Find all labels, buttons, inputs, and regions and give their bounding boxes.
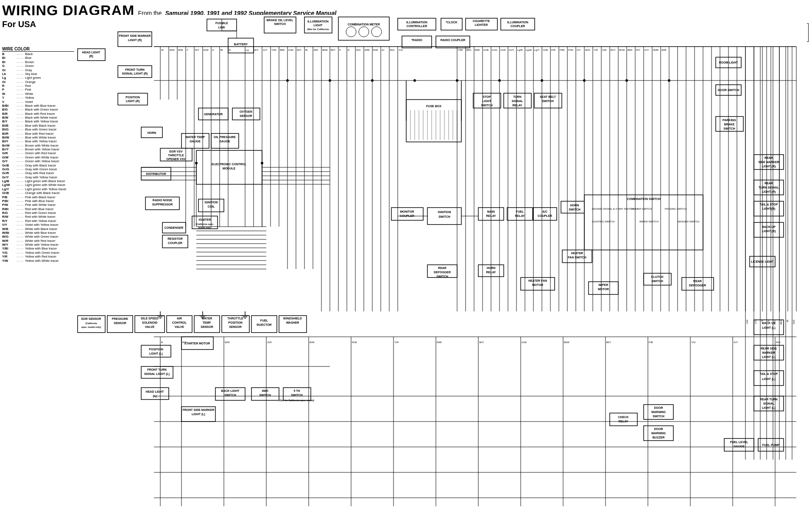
svg-rect-148 bbox=[391, 208, 423, 220]
wire-code: Bl bbox=[2, 56, 15, 60]
wire-color-item: Bl/B ......... Blue with Black tracer bbox=[2, 124, 74, 128]
wire-color-item: Or/B ......... Orange with Black tracer bbox=[2, 191, 74, 195]
svg-point-418 bbox=[371, 79, 374, 82]
svg-text:DOOR: DOOR bbox=[654, 427, 663, 430]
svg-text:COUPLER: COUPLER bbox=[168, 241, 182, 244]
wire-color-item: P/B ......... Pink with Black tracer bbox=[2, 195, 74, 199]
wire-color-item: R/W ......... Red with White tracer bbox=[2, 215, 74, 219]
wire-dots: ......... bbox=[16, 171, 24, 175]
wire-code: Bl/Y bbox=[2, 139, 15, 143]
svg-text:LIGHT (L): LIGHT (L) bbox=[762, 326, 776, 330]
svg-text:LIGHT: LIGHT bbox=[314, 24, 323, 27]
wire-code: P/Bl bbox=[2, 199, 15, 203]
svg-text:FUEL: FUEL bbox=[516, 210, 524, 213]
svg-text:SWITCH: SWITCH bbox=[651, 280, 663, 283]
wire-code: Bl/B bbox=[2, 124, 15, 128]
svg-text:SWITCH: SWITCH bbox=[274, 22, 286, 25]
svg-text:Br: Br bbox=[305, 49, 308, 51]
svg-text:SIGNAL LIGHT (L): SIGNAL LIGHT (L) bbox=[144, 372, 170, 376]
wire-dots: ......... bbox=[16, 259, 24, 263]
svg-point-419 bbox=[413, 79, 416, 82]
svg-text:FUSE BOX: FUSE BOX bbox=[426, 105, 441, 108]
wire-dots: ......... bbox=[16, 112, 24, 116]
wire-color-item: P/W ......... Pink with White tracer bbox=[2, 203, 74, 207]
svg-text:STOP: STOP bbox=[483, 95, 491, 98]
svg-point-422 bbox=[541, 79, 543, 82]
svg-text:P: P bbox=[339, 49, 341, 51]
svg-text:W: W bbox=[161, 49, 164, 51]
svg-text:OPENER VSV: OPENER VSV bbox=[166, 158, 186, 161]
svg-text:LIGHT(R): LIGHT(R) bbox=[762, 207, 776, 211]
svg-text:W/R: W/R bbox=[225, 341, 230, 344]
wire-code: V bbox=[2, 100, 15, 104]
svg-text:FRONT TURN: FRONT TURN bbox=[147, 368, 167, 371]
svg-text:LIGHT (L): LIGHT (L) bbox=[149, 352, 163, 355]
svg-text:SENSOR: SENSOR bbox=[240, 114, 252, 117]
wire-dots: ......... bbox=[16, 88, 24, 92]
svg-text:R/G: R/G bbox=[776, 341, 781, 344]
wire-desc: Blue with Black tracer bbox=[25, 124, 74, 128]
svg-rect-17 bbox=[398, 18, 436, 30]
wire-desc: Black with Yellow tracer bbox=[25, 119, 74, 123]
svg-text:OIL PRESSURE: OIL PRESSURE bbox=[214, 136, 236, 139]
wire-desc: Light green bbox=[25, 76, 74, 80]
wire-dots: ......... bbox=[16, 147, 24, 151]
svg-text:MODULE: MODULE bbox=[223, 167, 236, 170]
svg-text:FAN SWITCH: FAN SWITCH bbox=[568, 256, 586, 259]
svg-text:FRONT TURN: FRONT TURN bbox=[125, 68, 145, 71]
svg-text:P/W: P/W bbox=[568, 49, 573, 51]
svg-text:HEAD LIGHT: HEAD LIGHT bbox=[146, 390, 165, 393]
wire-code: Lg/Y bbox=[2, 187, 15, 191]
svg-text:Y/Bl: Y/Bl bbox=[458, 49, 463, 51]
svg-text:WARNING: WARNING bbox=[651, 432, 666, 435]
svg-text:STARTER MOTOR: STARTER MOTOR bbox=[184, 342, 210, 345]
svg-text:Lg/B: Lg/B bbox=[517, 49, 522, 51]
wire-dots: ......... bbox=[16, 108, 24, 111]
wire-dots: ......... bbox=[16, 251, 24, 255]
svg-text:B/W: B/W bbox=[373, 49, 378, 51]
svg-text:RADIO COUPLER: RADIO COUPLER bbox=[441, 39, 466, 42]
wire-dots: ......... bbox=[16, 72, 24, 76]
svg-text:Bl/R: Bl/R bbox=[628, 49, 633, 51]
svg-text:FUEL: FUEL bbox=[260, 319, 268, 322]
wire-color-item: R/Bl ......... Red with Blue tracer bbox=[2, 207, 74, 211]
svg-text:Bl/Y: Bl/Y bbox=[606, 341, 611, 344]
svg-text:CONTROL: CONTROL bbox=[172, 321, 187, 324]
wire-dots: ......... bbox=[16, 167, 24, 171]
wire-dots: ......... bbox=[16, 56, 24, 60]
wire-desc: Brown bbox=[25, 60, 74, 64]
svg-text:ILLUMINATION: ILLUMINATION bbox=[406, 21, 427, 24]
wire-code: W bbox=[2, 92, 15, 96]
wire-dots: ......... bbox=[16, 207, 24, 211]
svg-text:A/C: A/C bbox=[542, 210, 547, 213]
svg-text:WIPER SWITCH: WIPER SWITCH bbox=[639, 220, 659, 223]
svg-text:Bl: Bl bbox=[786, 320, 789, 322]
wire-desc: Light green with Yellow tracer bbox=[25, 187, 74, 191]
wire-dots: ......... bbox=[16, 235, 24, 239]
wire-color-legend: WIRE COLOR B ......... Black Bl ........… bbox=[2, 47, 74, 263]
svg-text:PASSING SWITCH: PASSING SWITCH bbox=[665, 208, 687, 210]
svg-text:VALVE: VALVE bbox=[145, 325, 155, 328]
svg-text:G/Y: G/Y bbox=[754, 320, 757, 324]
wire-dots: ......... bbox=[16, 139, 24, 143]
svg-text:REAR: REAR bbox=[438, 266, 446, 269]
wire-code: Lg/W bbox=[2, 183, 15, 187]
svg-text:SENSOR: SENSOR bbox=[114, 322, 126, 325]
svg-text:G/W: G/W bbox=[773, 320, 776, 325]
svg-text:R/W: R/W bbox=[204, 49, 209, 51]
wire-desc: White with Blue tracer bbox=[25, 231, 74, 235]
svg-text:HAZARD SIGNAL & 4-WAY SWITCH: HAZARD SIGNAL & 4-WAY SWITCH bbox=[592, 208, 634, 210]
svg-text:ILLUMINATION: ILLUMINATION bbox=[507, 21, 528, 24]
wire-code: Lg bbox=[2, 76, 15, 80]
svg-text:TURN SIGNAL: TURN SIGNAL bbox=[759, 186, 779, 189]
svg-text:W/Bl: W/Bl bbox=[653, 49, 659, 51]
wire-color-item: Y ......... Yellow bbox=[2, 96, 74, 100]
svg-text:DIMMER SWITCH: DIMMER SWITCH bbox=[631, 208, 652, 210]
wire-desc: Gray bbox=[25, 68, 74, 72]
svg-text:LIGHT (R): LIGHT (R) bbox=[762, 165, 776, 168]
wire-color-item: G ......... Green bbox=[2, 64, 74, 68]
svg-text:POSITION: POSITION bbox=[228, 321, 242, 324]
wire-dots: ......... bbox=[16, 255, 24, 258]
svg-text:Gr: Gr bbox=[382, 49, 385, 51]
wire-color-item: G/R ......... Green with Red tracer bbox=[2, 151, 74, 155]
